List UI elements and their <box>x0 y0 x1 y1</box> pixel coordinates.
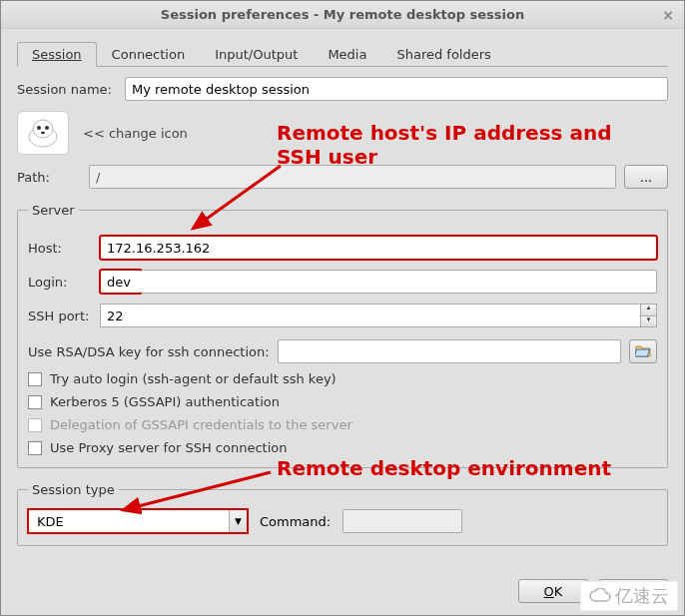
try-auto-checkbox[interactable] <box>28 372 42 386</box>
host-label: Host: <box>28 241 100 256</box>
tab-bar: Session Connection Input/Output Media Sh… <box>17 41 668 67</box>
ssh-port-label: SSH port: <box>28 308 100 323</box>
session-type-value: KDE <box>29 514 229 529</box>
seal-icon <box>25 115 61 151</box>
session-type-fieldset: Session type KDE ▼ Command: <box>17 482 668 546</box>
server-fieldset: Server Host: Login: SSH port: ▴▾ Use RSA… <box>17 203 668 468</box>
dialog-window: Session preferences - My remote desktop … <box>0 0 685 616</box>
proxy-label: Use Proxy server for SSH connection <box>50 440 288 455</box>
delegation-checkbox <box>28 418 42 432</box>
ssh-port-spinner[interactable]: ▴▾ <box>640 305 656 326</box>
use-key-label: Use RSA/DSA key for ssh connection: <box>28 344 270 359</box>
command-label: Command: <box>260 514 331 529</box>
path-browse-button[interactable]: ... <box>624 165 668 189</box>
use-key-input[interactable] <box>278 339 621 363</box>
host-input[interactable] <box>100 236 657 260</box>
session-name-label: Session name: <box>17 82 125 97</box>
command-input <box>342 509 462 533</box>
kerberos-checkbox[interactable] <box>28 395 42 409</box>
login-input-rest[interactable] <box>141 270 657 294</box>
session-type-legend: Session type <box>28 482 119 497</box>
path-input <box>89 165 616 189</box>
tab-media[interactable]: Media <box>313 42 381 67</box>
cloud-icon <box>589 588 611 604</box>
chevron-down-icon[interactable]: ▼ <box>229 510 247 532</box>
svg-point-4 <box>41 132 45 135</box>
path-label: Path: <box>17 170 89 185</box>
tab-shared-folders[interactable]: Shared folders <box>381 42 505 67</box>
ok-button[interactable]: OK <box>518 579 588 603</box>
use-key-browse-button[interactable] <box>629 339 657 363</box>
change-icon-link[interactable]: << change icon <box>83 126 188 141</box>
tab-input-output[interactable]: Input/Output <box>200 42 313 67</box>
session-name-input[interactable] <box>125 77 668 101</box>
session-type-combo[interactable]: KDE ▼ <box>28 509 248 533</box>
folder-open-icon <box>635 343 651 357</box>
proxy-checkbox[interactable] <box>28 441 42 455</box>
watermark: 亿速云 <box>580 581 678 611</box>
ssh-port-input[interactable] <box>101 305 640 326</box>
tab-connection[interactable]: Connection <box>97 42 201 67</box>
close-icon[interactable]: × <box>662 1 674 29</box>
login-input[interactable] <box>100 270 142 294</box>
svg-point-1 <box>33 120 53 138</box>
server-legend: Server <box>28 203 79 218</box>
titlebar: Session preferences - My remote desktop … <box>1 1 684 29</box>
tab-session[interactable]: Session <box>17 42 97 67</box>
login-label: Login: <box>28 275 100 290</box>
session-icon[interactable] <box>17 111 69 155</box>
svg-point-3 <box>45 126 49 130</box>
svg-point-2 <box>37 126 41 130</box>
svg-rect-5 <box>635 349 649 356</box>
delegation-label: Delegation of GSSAPI credentials to the … <box>50 417 352 432</box>
kerberos-label: Kerberos 5 (GSSAPI) authentication <box>50 394 280 409</box>
try-auto-label: Try auto login (ssh-agent or default ssh… <box>50 371 337 386</box>
window-title: Session preferences - My remote desktop … <box>161 7 524 22</box>
